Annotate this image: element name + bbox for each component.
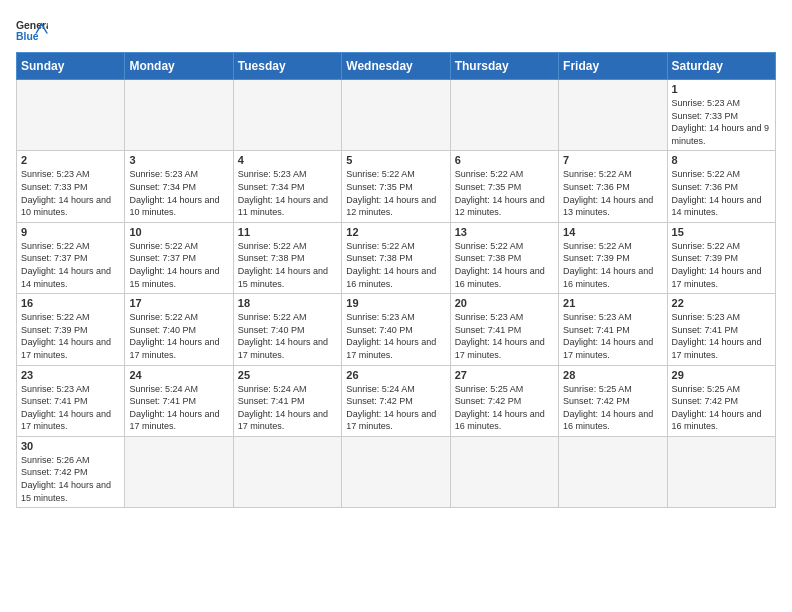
day-info: Sunrise: 5:22 AMSunset: 7:35 PMDaylight:… (455, 168, 554, 218)
day-number: 27 (455, 369, 554, 381)
calendar-day (559, 436, 667, 507)
calendar-day: 7 Sunrise: 5:22 AMSunset: 7:36 PMDayligh… (559, 151, 667, 222)
calendar-day (125, 80, 233, 151)
day-number: 14 (563, 226, 662, 238)
calendar-day: 16 Sunrise: 5:22 AMSunset: 7:39 PMDaylig… (17, 294, 125, 365)
day-number: 3 (129, 154, 228, 166)
calendar-day (450, 80, 558, 151)
calendar-row: 9 Sunrise: 5:22 AMSunset: 7:37 PMDayligh… (17, 222, 776, 293)
day-number: 18 (238, 297, 337, 309)
calendar-day (342, 436, 450, 507)
calendar-day: 5 Sunrise: 5:22 AMSunset: 7:35 PMDayligh… (342, 151, 450, 222)
calendar-row: 30 Sunrise: 5:26 AMSunset: 7:42 PMDaylig… (17, 436, 776, 507)
day-info: Sunrise: 5:22 AMSunset: 7:39 PMDaylight:… (672, 240, 771, 290)
day-number: 22 (672, 297, 771, 309)
day-number: 15 (672, 226, 771, 238)
header-saturday: Saturday (667, 53, 775, 80)
day-number: 7 (563, 154, 662, 166)
calendar-day: 20 Sunrise: 5:23 AMSunset: 7:41 PMDaylig… (450, 294, 558, 365)
day-number: 8 (672, 154, 771, 166)
svg-text:Blue: Blue (16, 31, 39, 42)
day-info: Sunrise: 5:25 AMSunset: 7:42 PMDaylight:… (672, 383, 771, 433)
day-info: Sunrise: 5:22 AMSunset: 7:38 PMDaylight:… (238, 240, 337, 290)
weekday-header-row: Sunday Monday Tuesday Wednesday Thursday… (17, 53, 776, 80)
day-info: Sunrise: 5:26 AMSunset: 7:42 PMDaylight:… (21, 454, 120, 504)
day-info: Sunrise: 5:22 AMSunset: 7:35 PMDaylight:… (346, 168, 445, 218)
calendar-day: 1 Sunrise: 5:23 AMSunset: 7:33 PMDayligh… (667, 80, 775, 151)
day-number: 9 (21, 226, 120, 238)
day-number: 29 (672, 369, 771, 381)
day-number: 4 (238, 154, 337, 166)
day-number: 6 (455, 154, 554, 166)
calendar-day: 18 Sunrise: 5:22 AMSunset: 7:40 PMDaylig… (233, 294, 341, 365)
day-info: Sunrise: 5:23 AMSunset: 7:33 PMDaylight:… (21, 168, 120, 218)
day-info: Sunrise: 5:22 AMSunset: 7:39 PMDaylight:… (563, 240, 662, 290)
day-number: 1 (672, 83, 771, 95)
calendar-day: 13 Sunrise: 5:22 AMSunset: 7:38 PMDaylig… (450, 222, 558, 293)
day-info: Sunrise: 5:22 AMSunset: 7:38 PMDaylight:… (346, 240, 445, 290)
calendar-day: 17 Sunrise: 5:22 AMSunset: 7:40 PMDaylig… (125, 294, 233, 365)
day-info: Sunrise: 5:24 AMSunset: 7:41 PMDaylight:… (238, 383, 337, 433)
calendar-day (667, 436, 775, 507)
day-info: Sunrise: 5:23 AMSunset: 7:34 PMDaylight:… (129, 168, 228, 218)
day-info: Sunrise: 5:22 AMSunset: 7:40 PMDaylight:… (238, 311, 337, 361)
calendar-day: 10 Sunrise: 5:22 AMSunset: 7:37 PMDaylig… (125, 222, 233, 293)
calendar-day: 9 Sunrise: 5:22 AMSunset: 7:37 PMDayligh… (17, 222, 125, 293)
day-number: 24 (129, 369, 228, 381)
calendar-day (342, 80, 450, 151)
day-info: Sunrise: 5:23 AMSunset: 7:41 PMDaylight:… (563, 311, 662, 361)
calendar-table: Sunday Monday Tuesday Wednesday Thursday… (16, 52, 776, 508)
day-number: 30 (21, 440, 120, 452)
calendar-day: 15 Sunrise: 5:22 AMSunset: 7:39 PMDaylig… (667, 222, 775, 293)
calendar-row: 1 Sunrise: 5:23 AMSunset: 7:33 PMDayligh… (17, 80, 776, 151)
day-info: Sunrise: 5:24 AMSunset: 7:41 PMDaylight:… (129, 383, 228, 433)
day-number: 12 (346, 226, 445, 238)
calendar-row: 16 Sunrise: 5:22 AMSunset: 7:39 PMDaylig… (17, 294, 776, 365)
day-info: Sunrise: 5:22 AMSunset: 7:37 PMDaylight:… (129, 240, 228, 290)
day-info: Sunrise: 5:25 AMSunset: 7:42 PMDaylight:… (563, 383, 662, 433)
day-number: 17 (129, 297, 228, 309)
calendar-day (17, 80, 125, 151)
day-number: 16 (21, 297, 120, 309)
day-number: 5 (346, 154, 445, 166)
calendar-day: 19 Sunrise: 5:23 AMSunset: 7:40 PMDaylig… (342, 294, 450, 365)
calendar-day: 8 Sunrise: 5:22 AMSunset: 7:36 PMDayligh… (667, 151, 775, 222)
header-friday: Friday (559, 53, 667, 80)
calendar-day: 4 Sunrise: 5:23 AMSunset: 7:34 PMDayligh… (233, 151, 341, 222)
day-info: Sunrise: 5:23 AMSunset: 7:41 PMDaylight:… (21, 383, 120, 433)
calendar-day: 29 Sunrise: 5:25 AMSunset: 7:42 PMDaylig… (667, 365, 775, 436)
logo: General Blue (16, 16, 48, 44)
header-monday: Monday (125, 53, 233, 80)
day-info: Sunrise: 5:22 AMSunset: 7:37 PMDaylight:… (21, 240, 120, 290)
day-number: 10 (129, 226, 228, 238)
day-number: 13 (455, 226, 554, 238)
header-tuesday: Tuesday (233, 53, 341, 80)
header-thursday: Thursday (450, 53, 558, 80)
day-info: Sunrise: 5:22 AMSunset: 7:39 PMDaylight:… (21, 311, 120, 361)
calendar-day: 2 Sunrise: 5:23 AMSunset: 7:33 PMDayligh… (17, 151, 125, 222)
calendar-day: 26 Sunrise: 5:24 AMSunset: 7:42 PMDaylig… (342, 365, 450, 436)
calendar-day: 30 Sunrise: 5:26 AMSunset: 7:42 PMDaylig… (17, 436, 125, 507)
day-info: Sunrise: 5:23 AMSunset: 7:33 PMDaylight:… (672, 97, 771, 147)
calendar-body: 1 Sunrise: 5:23 AMSunset: 7:33 PMDayligh… (17, 80, 776, 508)
header-wednesday: Wednesday (342, 53, 450, 80)
day-info: Sunrise: 5:23 AMSunset: 7:40 PMDaylight:… (346, 311, 445, 361)
calendar-day: 14 Sunrise: 5:22 AMSunset: 7:39 PMDaylig… (559, 222, 667, 293)
calendar-day: 27 Sunrise: 5:25 AMSunset: 7:42 PMDaylig… (450, 365, 558, 436)
day-number: 26 (346, 369, 445, 381)
calendar-day: 11 Sunrise: 5:22 AMSunset: 7:38 PMDaylig… (233, 222, 341, 293)
calendar-row: 23 Sunrise: 5:23 AMSunset: 7:41 PMDaylig… (17, 365, 776, 436)
calendar-day: 25 Sunrise: 5:24 AMSunset: 7:41 PMDaylig… (233, 365, 341, 436)
calendar-day: 12 Sunrise: 5:22 AMSunset: 7:38 PMDaylig… (342, 222, 450, 293)
day-info: Sunrise: 5:22 AMSunset: 7:36 PMDaylight:… (563, 168, 662, 218)
day-info: Sunrise: 5:22 AMSunset: 7:40 PMDaylight:… (129, 311, 228, 361)
calendar-day: 23 Sunrise: 5:23 AMSunset: 7:41 PMDaylig… (17, 365, 125, 436)
calendar-day (450, 436, 558, 507)
day-info: Sunrise: 5:24 AMSunset: 7:42 PMDaylight:… (346, 383, 445, 433)
day-info: Sunrise: 5:22 AMSunset: 7:36 PMDaylight:… (672, 168, 771, 218)
day-number: 25 (238, 369, 337, 381)
logo-icon: General Blue (16, 16, 48, 44)
calendar-day: 24 Sunrise: 5:24 AMSunset: 7:41 PMDaylig… (125, 365, 233, 436)
calendar-day: 21 Sunrise: 5:23 AMSunset: 7:41 PMDaylig… (559, 294, 667, 365)
day-number: 11 (238, 226, 337, 238)
